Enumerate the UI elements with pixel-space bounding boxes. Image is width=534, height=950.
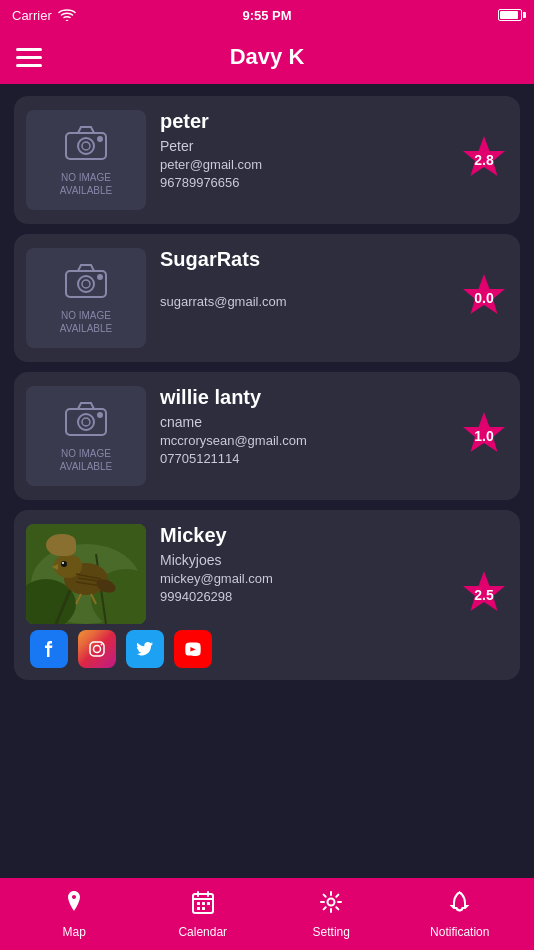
battery-icon xyxy=(498,9,522,21)
svg-rect-41 xyxy=(202,902,205,905)
instagram-button[interactable] xyxy=(78,630,116,668)
wifi-icon xyxy=(58,9,76,22)
svg-point-11 xyxy=(78,414,94,430)
contact-image-peter: NO IMAGEAVAILABLE xyxy=(26,110,146,210)
svg-point-7 xyxy=(82,280,90,288)
svg-rect-43 xyxy=(197,907,200,910)
app-header: Davy K xyxy=(0,30,534,84)
svg-point-25 xyxy=(62,562,64,564)
nav-calendar-label: Calendar xyxy=(178,925,227,939)
contact-card-sugarrats[interactable]: NO IMAGEAVAILABLE SugarRats sugarrats@gm… xyxy=(14,234,520,362)
nav-calendar[interactable]: Calendar xyxy=(139,889,268,939)
menu-button[interactable] xyxy=(16,48,42,67)
youtube-button[interactable] xyxy=(174,630,212,668)
nav-map-label: Map xyxy=(63,925,86,939)
status-time: 9:55 PM xyxy=(242,8,291,23)
contact-email-peter: peter@gmail.com xyxy=(160,157,508,172)
svg-point-2 xyxy=(82,142,90,150)
twitter-button[interactable] xyxy=(126,630,164,668)
contact-card-mickey[interactable]: Mickey Mickyjoes mickey@gmail.com 999402… xyxy=(14,510,520,680)
svg-point-45 xyxy=(328,899,335,906)
bottom-navigation: Map Calendar Setting xyxy=(0,878,534,950)
star-number-willie: 1.0 xyxy=(458,410,510,462)
contact-info-sugarrats: SugarRats sugarrats@gmail.com xyxy=(160,248,508,309)
camera-icon-2 xyxy=(62,261,110,303)
camera-icon-3 xyxy=(62,399,110,441)
star-number-mickey: 2.5 xyxy=(458,569,510,621)
contact-image-sugarrats: NO IMAGEAVAILABLE xyxy=(26,248,146,348)
contact-email-sugarrats: sugarrats@gmail.com xyxy=(160,294,508,309)
no-image-label-willie: NO IMAGEAVAILABLE xyxy=(60,447,112,473)
contact-email-willie: mccrorysean@gmail.com xyxy=(160,433,508,448)
contact-card-willie[interactable]: NO IMAGEAVAILABLE willie lanty cname mcc… xyxy=(14,372,520,500)
camera-icon xyxy=(62,123,110,165)
nav-notification-label: Notification xyxy=(430,925,489,939)
contact-name-mickey: Mickey xyxy=(160,524,508,547)
svg-point-35 xyxy=(101,644,103,646)
settings-icon xyxy=(318,889,344,921)
contact-info-willie: willie lanty cname mccrorysean@gmail.com… xyxy=(160,386,508,466)
nav-setting[interactable]: Setting xyxy=(267,889,396,939)
contact-info-peter: peter Peter peter@gmail.com 96789976656 xyxy=(160,110,508,190)
contact-info-mickey: Mickey Mickyjoes mickey@gmail.com 999402… xyxy=(160,524,508,604)
map-icon xyxy=(61,889,87,921)
contact-image-willie: NO IMAGEAVAILABLE xyxy=(26,386,146,486)
page-title: Davy K xyxy=(230,44,305,70)
no-image-label-peter: NO IMAGEAVAILABLE xyxy=(60,171,112,197)
svg-point-6 xyxy=(78,276,94,292)
svg-point-8 xyxy=(98,275,102,279)
status-bar: Carrier 9:55 PM xyxy=(0,0,534,30)
nav-setting-label: Setting xyxy=(313,925,350,939)
social-icons-bar xyxy=(26,624,212,670)
nav-map[interactable]: Map xyxy=(10,889,139,939)
star-number-peter: 2.8 xyxy=(458,134,510,186)
svg-rect-40 xyxy=(197,902,200,905)
svg-rect-42 xyxy=(207,902,210,905)
facebook-button[interactable] xyxy=(30,630,68,668)
star-number-sugarrats: 0.0 xyxy=(458,272,510,324)
contact-sub-peter: Peter xyxy=(160,138,508,154)
svg-rect-44 xyxy=(202,907,205,910)
svg-point-3 xyxy=(98,137,102,141)
svg-point-12 xyxy=(82,418,90,426)
no-image-label-sugarrats: NO IMAGEAVAILABLE xyxy=(60,309,112,335)
contact-card-peter[interactable]: NO IMAGEAVAILABLE peter Peter peter@gmai… xyxy=(14,96,520,224)
contact-photo-mickey xyxy=(26,524,146,624)
contact-name-peter: peter xyxy=(160,110,508,133)
calendar-icon xyxy=(190,889,216,921)
status-bar-left: Carrier xyxy=(12,8,76,23)
svg-point-13 xyxy=(98,413,102,417)
contact-name-willie: willie lanty xyxy=(160,386,508,409)
contact-name-sugarrats: SugarRats xyxy=(160,248,508,271)
nav-notification[interactable]: Notification xyxy=(396,889,525,939)
contact-phone-peter: 96789976656 xyxy=(160,175,508,190)
contact-sub-mickey: Mickyjoes xyxy=(160,552,508,568)
carrier-text: Carrier xyxy=(12,8,52,23)
contact-email-mickey: mickey@gmail.com xyxy=(160,571,508,586)
contact-phone-mickey: 9994026298 xyxy=(160,589,508,604)
contact-phone-willie: 07705121114 xyxy=(160,451,508,466)
svg-point-1 xyxy=(78,138,94,154)
notification-icon xyxy=(447,889,473,921)
status-bar-right xyxy=(498,9,522,21)
svg-point-24 xyxy=(61,561,67,567)
svg-point-34 xyxy=(94,646,101,653)
contact-list: NO IMAGEAVAILABLE peter Peter peter@gmai… xyxy=(0,84,534,878)
contact-sub-willie: cname xyxy=(160,414,508,430)
